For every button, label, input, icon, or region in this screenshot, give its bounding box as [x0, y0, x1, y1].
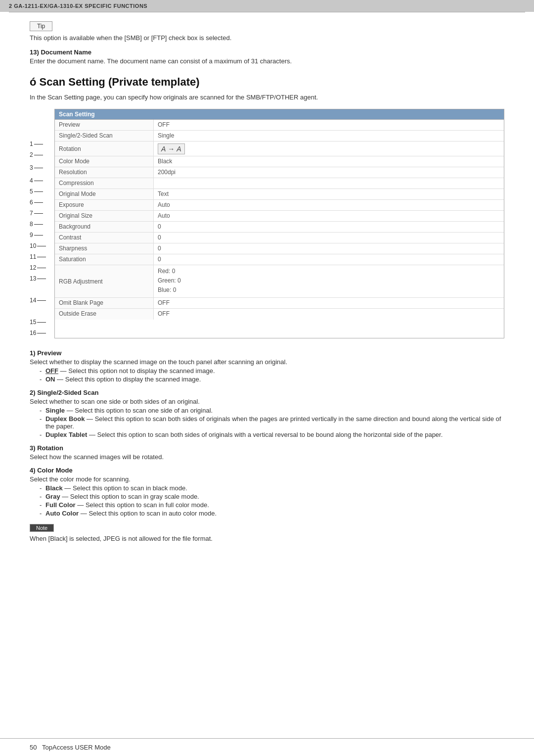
footer: 50 TopAccess USER Mode [0, 738, 534, 756]
line-1: 1 [30, 139, 54, 149]
cell-value-rgb: Red: 0 Green: 0 Blue: 0 [154, 265, 504, 297]
header-title: 2 GA-1211-EX/GA-1310-EX SPECIFIC FUNCTIO… [9, 3, 147, 9]
bullet-list-preview: OFF — Select this option not to display … [30, 367, 504, 383]
cell-label-rotation: Rotation [55, 142, 154, 156]
line-8: 8 [30, 219, 54, 230]
note-label: Note [36, 525, 47, 531]
num-section-title-4: 4) Color Mode [30, 467, 504, 474]
cell-label-exposure: Exposure [55, 200, 154, 210]
num-section-title-2: 2) Single/2-Sided Scan [30, 389, 504, 396]
cell-value-original-mode: Text [154, 189, 504, 199]
cell-value-outside-erase: OFF [154, 309, 504, 320]
num-section-body-1: Select whether to display the scanned im… [30, 358, 504, 366]
cell-label-original-size: Original Size [55, 211, 154, 221]
scan-setting-table-wrapper: 1 2 3 4 5 6 7 8 9 [30, 109, 504, 338]
line-12: 12 [30, 262, 54, 273]
rotation-arrow-icon: → [168, 145, 175, 153]
cell-label-compression: Compression [55, 178, 154, 189]
list-item: Auto Color — Select this option to scan … [40, 510, 504, 517]
bullet-list-scan: Single — Select this option to scan one … [30, 407, 504, 438]
list-item: OFF — Select this option not to display … [40, 367, 504, 375]
line-4: 4 [30, 175, 54, 186]
note-box: Note [30, 524, 54, 532]
cell-value-compression [154, 178, 504, 189]
table-row: Background 0 [55, 222, 504, 233]
note-text: When [Black] is selected, JPEG is not al… [30, 535, 504, 542]
line-10: 10 [30, 240, 54, 251]
header-bar: 2 GA-1211-EX/GA-1310-EX SPECIFIC FUNCTIO… [0, 0, 534, 12]
num-section-color: 4) Color Mode Select the color mode for … [30, 467, 504, 517]
numbered-sections: 1) Preview Select whether to display the… [30, 349, 504, 542]
table-row: Outside Erase OFF [55, 309, 504, 320]
list-item: Duplex Tablet — Select this option to sc… [40, 431, 504, 438]
table-row: Omit Blank Page OFF [55, 298, 504, 309]
list-item: Gray — Select this option to scan in gra… [40, 493, 504, 500]
tip-box: Tip [30, 21, 52, 31]
tip-text: This option is available when the [SMB] … [30, 34, 504, 42]
num-section-title-1: 1) Preview [30, 349, 504, 357]
rgb-blue: Blue: 0 [158, 285, 500, 295]
rgb-values: Red: 0 Green: 0 Blue: 0 [158, 267, 500, 295]
cell-label-outside-erase: Outside Erase [55, 309, 154, 320]
tip-label: Tip [37, 23, 45, 30]
line-11: 11 [30, 251, 54, 262]
table-row: Contrast 0 [55, 233, 504, 243]
num-section-body-2: Select whether to scan one side or both … [30, 398, 504, 405]
cell-value-saturation: 0 [154, 254, 504, 265]
line-16: 16 [30, 328, 54, 338]
cell-label-background: Background [55, 222, 154, 232]
cell-value-original-size: Auto [154, 211, 504, 221]
rotation-widget: A → A [158, 143, 185, 154]
num-section-rotation: 3) Rotation Select how the scanned image… [30, 444, 504, 461]
table-row: Saturation 0 [55, 254, 504, 265]
table-row: Resolution 200dpi [55, 167, 504, 178]
table-row: Sharpness 0 [55, 243, 504, 254]
line-7: 7 [30, 208, 54, 219]
cell-value-preview: OFF [154, 120, 504, 130]
table-row: Color Mode Black [55, 156, 504, 167]
note-section: Note When [Black] is selected, JPEG is n… [30, 524, 504, 542]
table-title: Scan Setting [55, 109, 504, 120]
cell-value-scan-type: Single [154, 131, 504, 141]
num-section-body-3: Select how the scanned images will be ro… [30, 453, 504, 461]
list-item: Full Color — Select this option to scan … [40, 501, 504, 509]
cell-value-omit-blank: OFF [154, 298, 504, 308]
line-9: 9 [30, 230, 54, 240]
table-row: Preview OFF [55, 120, 504, 131]
cell-value-resolution: 200dpi [154, 167, 504, 178]
num-section-scan: 2) Single/2-Sided Scan Select whether to… [30, 389, 504, 438]
num-section-preview: 1) Preview Select whether to display the… [30, 349, 504, 383]
cell-value-sharpness: 0 [154, 243, 504, 254]
line-15: 15 [30, 317, 54, 328]
section-intro: In the Scan Setting page, you can specif… [30, 94, 504, 101]
table-row: Original Mode Text [55, 189, 504, 200]
cell-label-resolution: Resolution [55, 167, 154, 178]
num-section-title-3: 3) Rotation [30, 444, 504, 452]
line-13: 13 [30, 273, 54, 284]
list-item: Single — Select this option to scan one … [40, 407, 504, 414]
cell-label-contrast: Contrast [55, 233, 154, 243]
line-3: 3 [30, 160, 54, 175]
cell-label-color-mode: Color Mode [55, 156, 154, 167]
cell-label-omit-blank: Omit Blank Page [55, 298, 154, 308]
bullet-list-color: Black — Select this option to scan in bl… [30, 484, 504, 517]
list-item: Black — Select this option to scan in bl… [40, 484, 504, 492]
document-name-text: Enter the document name. The document na… [30, 57, 504, 65]
cell-value-contrast: 0 [154, 233, 504, 243]
num-section-body-4: Select the color mode for scanning. [30, 475, 504, 483]
table-row: RGB Adjustment Red: 0 Green: 0 Blue: 0 [55, 265, 504, 298]
line-5: 5 [30, 186, 54, 197]
cell-value-exposure: Auto [154, 200, 504, 210]
table-row: Exposure Auto [55, 200, 504, 211]
list-item: Duplex Book — Select this option to scan… [40, 415, 504, 430]
line-2: 2 [30, 149, 54, 160]
cell-label-preview: Preview [55, 120, 154, 130]
settings-table: Scan Setting Preview OFF Single/2-Sided … [54, 109, 504, 338]
table-row: Compression [55, 178, 504, 189]
line-6: 6 [30, 197, 54, 208]
main-content: Tip This option is available when the [S… [0, 12, 534, 572]
document-name-heading: 13) Document Name [30, 48, 504, 56]
cell-value-rotation: A → A [154, 142, 504, 156]
cell-label-saturation: Saturation [55, 254, 154, 265]
rgb-red: Red: 0 [158, 267, 500, 276]
